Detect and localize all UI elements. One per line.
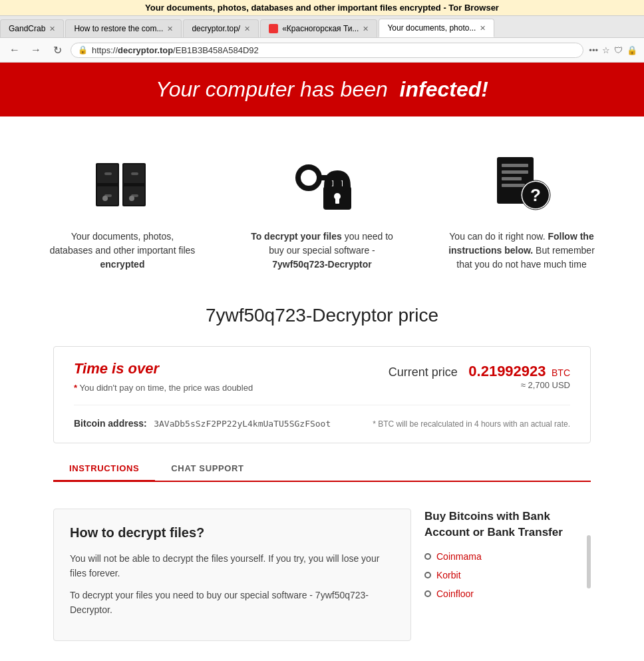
bitcoin-address-row: Bitcoin address: 3AVaDb5sSzF2PP22yL4kmUa… — [74, 405, 570, 429]
document-question-icon: ? — [488, 150, 555, 216]
url-path: /EB1B3B458A584D92 — [173, 45, 259, 55]
price-note: * You didn't pay on time, the price was … — [74, 383, 253, 393]
time-over-label: Time is over — [74, 360, 253, 377]
how-to-para2: To decrypt your files you need to buy ou… — [70, 588, 395, 618]
tab-close-icon[interactable]: ✕ — [480, 24, 486, 33]
address-bar-actions: ••• ☆ 🛡 🔒 — [589, 45, 637, 55]
svg-rect-24 — [502, 177, 522, 180]
scrollbar[interactable] — [587, 535, 591, 588]
bitcoin-addr-right: * BTC will be recalculated in 4 hours wi… — [373, 417, 570, 429]
url-box[interactable]: 🔒 https://decryptor.top/EB1B3B458A584D92 — [71, 43, 583, 58]
files-text: Your documents, photos, databases and ot… — [49, 230, 196, 272]
how-to-box: How to decrypt files? You will not be ab… — [53, 509, 411, 641]
how-to-title: How to decrypt files? — [70, 525, 395, 541]
instructions-block: ? You can do it right now. Follow the in… — [448, 150, 595, 272]
tab-label: «Красногорская Ти... — [282, 24, 359, 33]
decrypt-block: To decrypt your files you need to buy ou… — [249, 150, 395, 272]
svg-rect-23 — [502, 170, 528, 174]
svg-text:?: ? — [530, 185, 541, 205]
buy-btc-list: Coinmama Korbit Coinfloor — [424, 551, 584, 599]
bullet-icon — [424, 553, 431, 560]
banner-highlight: infected! — [400, 77, 488, 101]
recalc-note: * BTC will be recalculated in 4 hours wi… — [373, 419, 570, 429]
browser-tab-3[interactable]: decryptor.top/ ✕ — [183, 19, 259, 37]
tab-close-icon[interactable]: ✕ — [167, 25, 173, 33]
forward-button[interactable]: → — [28, 42, 44, 58]
current-price-label: Current price — [389, 365, 458, 379]
lock-icon: 🔒 — [627, 45, 637, 55]
key-lock-icon — [289, 150, 355, 216]
price-note-content: You didn't pay on time, the price was do… — [79, 383, 253, 393]
url-protocol: https:// — [92, 45, 118, 55]
current-price-value: 0.21992923 — [468, 363, 546, 379]
svg-rect-6 — [104, 172, 112, 175]
coinmama-link[interactable]: Coinmama — [436, 551, 482, 562]
list-item: Coinfloor — [424, 588, 584, 599]
url-display: https://decryptor.top/EB1B3B458A584D92 — [92, 45, 259, 55]
icons-section: Your documents, photos, databases and ot… — [0, 116, 644, 285]
decrypt-text: To decrypt your files you need to buy ou… — [249, 230, 395, 272]
instructions-area: How to decrypt files? You will not be ab… — [0, 495, 644, 654]
tab-close-icon[interactable]: ✕ — [363, 25, 369, 33]
price-left: Time is over * You didn't pay on time, t… — [74, 360, 253, 393]
more-options-icon[interactable]: ••• — [589, 45, 598, 55]
files-icon — [89, 150, 156, 216]
buy-btc-title: Buy Bitcoins with Bank Account or Bank T… — [424, 509, 584, 541]
browser-tab-5[interactable]: Your documents, photo... ✕ — [379, 19, 494, 37]
svg-rect-20 — [335, 198, 339, 204]
price-row: Time is over * You didn't pay on time, t… — [74, 360, 570, 393]
browser-tab-2[interactable]: How to restore the com... ✕ — [65, 19, 182, 37]
bitcoin-address-value: 3AVaDb5sSzF2PP22yL4kmUaTU5SGzFSoot — [154, 419, 331, 429]
secure-icon: 🔒 — [78, 45, 88, 55]
tab-instructions[interactable]: INSTRUCTIONS — [53, 457, 155, 482]
btc-label: BTC — [552, 367, 570, 378]
tab-label: GandCrab — [9, 24, 45, 33]
svg-point-12 — [298, 167, 319, 188]
tab-label: decryptor.top/ — [192, 24, 240, 33]
svg-rect-25 — [502, 184, 525, 187]
price-section: 7ywf50q723-Decryptor price Time is over … — [0, 285, 644, 495]
price-title: 7ywf50q723-Decryptor price — [53, 305, 591, 326]
svg-point-10 — [102, 196, 108, 201]
bookmark-icon[interactable]: ☆ — [602, 45, 610, 55]
browser-tab-1[interactable]: GandCrab ✕ — [0, 19, 64, 37]
list-item: Korbit — [424, 570, 584, 580]
browser-notification: Your documents, photos, databases and ot… — [0, 0, 644, 16]
tab-label: How to restore the com... — [74, 24, 163, 33]
tab-chat-support[interactable]: CHAT SUPPORT — [155, 457, 259, 481]
encrypted-files-block: Your documents, photos, databases and ot… — [49, 150, 196, 272]
how-to-para1: You will not be able to decrypt the file… — [70, 551, 395, 581]
instructions-text: You can do it right now. Follow the inst… — [448, 230, 595, 272]
tab-close-icon[interactable]: ✕ — [244, 25, 250, 33]
korbit-link[interactable]: Korbit — [436, 570, 461, 580]
bitcoin-addr-left: Bitcoin address: 3AVaDb5sSzF2PP22yL4kmUa… — [74, 417, 331, 429]
price-box: Time is over * You didn't pay on time, t… — [53, 346, 591, 443]
svg-point-11 — [129, 196, 134, 201]
tab-close-icon[interactable]: ✕ — [49, 25, 55, 33]
bullet-icon — [424, 572, 431, 578]
svg-rect-7 — [131, 172, 138, 175]
content-tabs: INSTRUCTIONS CHAT SUPPORT — [53, 457, 591, 482]
svg-rect-22 — [502, 164, 528, 167]
buy-btc-box: Buy Bitcoins with Bank Account or Bank T… — [424, 509, 584, 641]
page-content: Your computer has been infected! — [0, 63, 644, 654]
address-bar: ← → ↻ 🔒 https://decryptor.top/EB1B3B458A… — [0, 38, 644, 63]
tab-label: Your documents, photo... — [387, 23, 476, 33]
tab-bar: GandCrab ✕ How to restore the com... ✕ d… — [0, 16, 644, 38]
banner-prefix: Your computer has been — [156, 77, 388, 101]
bullet-icon — [424, 590, 431, 597]
shield-icon: 🛡 — [614, 45, 623, 55]
url-domain: decryptor.top — [118, 45, 173, 55]
favicon-icon — [269, 24, 278, 33]
coinfloor-link[interactable]: Coinfloor — [436, 588, 474, 599]
bitcoin-address-label: Bitcoin address: — [74, 418, 147, 429]
back-button[interactable]: ← — [7, 42, 23, 58]
list-item: Coinmama — [424, 551, 584, 562]
usd-approx: ≈ 2,700 USD — [389, 380, 570, 390]
price-right: Current price 0.21992923 BTC ≈ 2,700 USD — [389, 363, 570, 390]
browser-tab-4[interactable]: «Красногорская Ти... ✕ — [260, 19, 377, 37]
asterisk: * — [74, 383, 77, 393]
refresh-button[interactable]: ↻ — [49, 42, 65, 58]
infected-banner: Your computer has been infected! — [0, 63, 644, 116]
